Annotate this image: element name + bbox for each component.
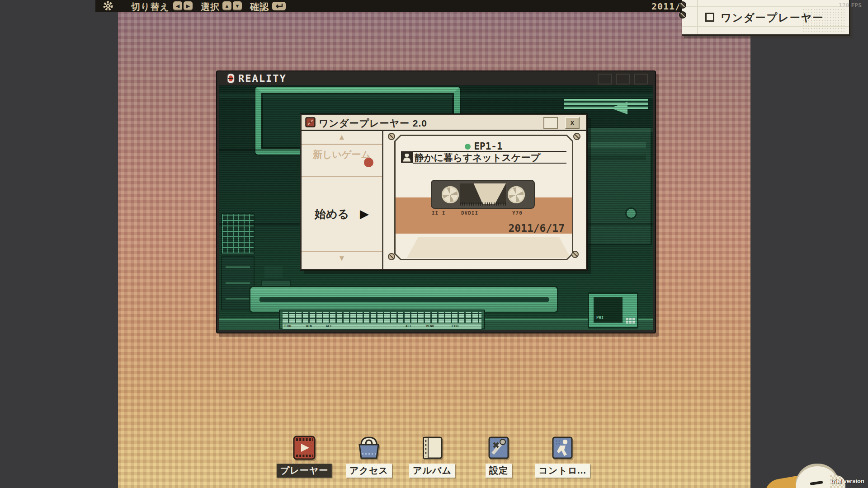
- tape-window: [460, 183, 506, 204]
- player-titlebar[interactable]: ワンダープレーヤー 2.0 x: [302, 115, 586, 131]
- left-arrow-button[interactable]: ◀: [173, 1, 182, 10]
- scroll-down-button[interactable]: ▼: [302, 252, 382, 263]
- enter-key-icon[interactable]: [272, 1, 286, 11]
- red-dot-indicator: [364, 158, 373, 167]
- dock-label-control[interactable]: コントロ...: [535, 464, 590, 478]
- titlebar-square-button-3[interactable]: [634, 74, 648, 84]
- screw-icon: [679, 11, 686, 19]
- person-icon: [401, 151, 413, 163]
- dock-label-album[interactable]: アルバム: [409, 464, 455, 478]
- menu-item-start[interactable]: 始める ▶: [302, 177, 382, 252]
- scroll-up-icon: ▲: [338, 133, 346, 141]
- album-app-icon[interactable]: [419, 435, 445, 461]
- reality-title: REALITY: [238, 73, 287, 84]
- hud-select-label: 選択: [201, 1, 220, 13]
- tape-ticks: [460, 202, 506, 206]
- close-button[interactable]: x: [565, 117, 580, 129]
- control-app-icon[interactable]: [549, 435, 576, 461]
- cassette-mark: DVDII: [461, 210, 478, 216]
- start-label: 始める: [315, 206, 349, 221]
- menu-checkbox[interactable]: [705, 13, 714, 22]
- overlay-menu-panel[interactable]: ワンダープレーヤー: [682, 0, 850, 36]
- settings-app-icon[interactable]: [486, 435, 512, 461]
- menu-column: ▲ 新しいゲーム 始める ▶ ▼: [302, 131, 383, 269]
- episode-row: EP1-1: [396, 141, 572, 152]
- screw-icon: [388, 133, 395, 140]
- titlebar-square-button-2[interactable]: [616, 74, 630, 84]
- screw-icon: [388, 253, 395, 260]
- cassette-mark: II I: [432, 210, 446, 216]
- reality-titlebar[interactable]: REALITY: [217, 71, 655, 85]
- hud-confirm-label: 確認: [250, 1, 269, 13]
- record-icon: [227, 73, 235, 84]
- hud-date: 2011/: [651, 1, 681, 12]
- top-hud-bar: 切り替え ◀ ▶ 選択 ▲ ▼ 確認 2011/: [95, 0, 750, 12]
- player-app-icon[interactable]: [291, 435, 317, 461]
- dock-label-access[interactable]: アクセス: [346, 464, 392, 478]
- cassette-graphic: [431, 180, 535, 209]
- fps-unit: FPS: [851, 2, 862, 9]
- cassette-date: 2011/6/17: [508, 222, 565, 234]
- cassette-mark: Y70: [512, 210, 523, 216]
- fps-value: 170: [839, 2, 849, 9]
- dock-label-settings[interactable]: 設定: [486, 464, 512, 478]
- cassette-title: 静かに暮らすネットスケープ: [413, 151, 566, 164]
- hud-switch-label: 切り替え: [131, 1, 170, 13]
- trial-version-label: trial version: [831, 478, 864, 484]
- screen: 切り替え ◀ ▶ 選択 ▲ ▼ 確認 2011/ REALITY: [0, 0, 868, 488]
- menu-item-label: ワンダープレーヤー: [721, 11, 824, 25]
- titlebar-square-button-1[interactable]: [598, 74, 612, 84]
- scroll-up-button[interactable]: ▲: [302, 131, 382, 145]
- screw-icon: [571, 251, 579, 258]
- cassette-title-row: 静かに暮らすネットスケープ: [401, 151, 566, 164]
- minimize-button[interactable]: [543, 117, 558, 129]
- wonder-player-window: ワンダープレーヤー 2.0 x ▲ 新しいゲーム 始める ▶ ▼: [300, 114, 587, 270]
- fps-counter: 170FPS: [839, 2, 862, 9]
- green-dot-icon: [465, 144, 471, 150]
- cassette-holder: [407, 237, 571, 258]
- access-app-icon[interactable]: [356, 435, 382, 461]
- cassette-card: EP1-1 静かに暮らすネットスケープ: [394, 135, 573, 260]
- episode-label: EP1-1: [474, 141, 502, 152]
- right-arrow-button[interactable]: ▶: [184, 1, 193, 10]
- cassette-icon: [305, 117, 316, 127]
- new-game-label: 新しいゲーム: [313, 149, 371, 160]
- gear-icon[interactable]: [103, 0, 113, 11]
- screw-icon: [679, 1, 686, 9]
- cassette-panel: EP1-1 静かに暮らすネットスケープ: [383, 131, 586, 269]
- down-arrow-button[interactable]: ▼: [233, 1, 242, 10]
- dock-label-player[interactable]: プレーヤー: [277, 464, 332, 478]
- reel-left: [442, 186, 459, 203]
- up-arrow-button[interactable]: ▲: [222, 1, 231, 10]
- screw-icon: [573, 133, 580, 140]
- scroll-down-icon: ▼: [338, 254, 346, 263]
- player-title: ワンダープレーヤー 2.0: [319, 117, 427, 130]
- menu-item-new-game[interactable]: 新しいゲーム: [302, 145, 382, 177]
- play-arrow-icon: ▶: [360, 207, 369, 221]
- reel-right: [508, 186, 525, 203]
